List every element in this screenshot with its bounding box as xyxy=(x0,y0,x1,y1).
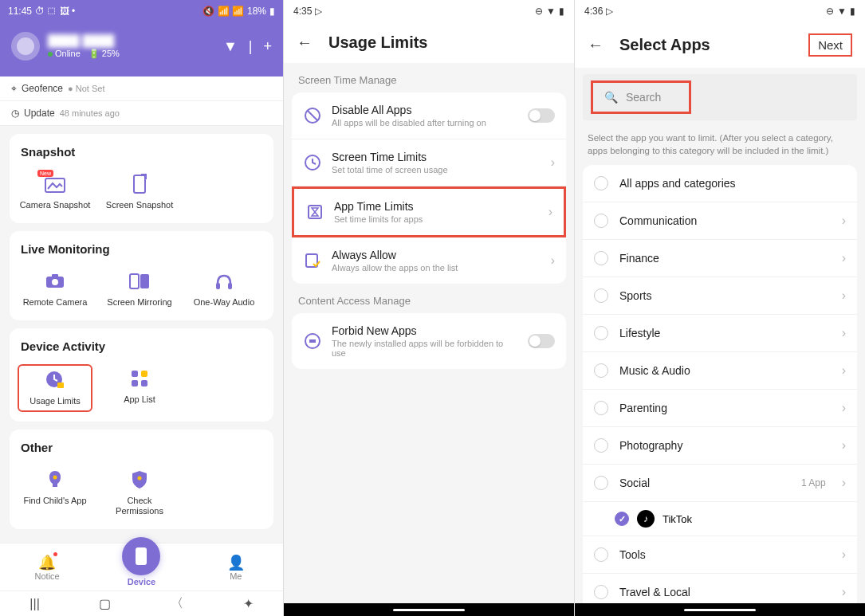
screen-time-limits-row[interactable]: Screen Time Limits Set total time of scr… xyxy=(292,139,566,186)
category-music[interactable]: Music & Audio › xyxy=(583,352,857,390)
category-photography[interactable]: Photography › xyxy=(583,427,857,465)
accessibility-icon[interactable]: ✦ xyxy=(243,596,254,611)
find-childs-app-button[interactable]: Find Child's App xyxy=(18,465,92,520)
geofence-row[interactable]: ⌖ Geofence ● Not Set xyxy=(0,77,283,101)
radio-icon[interactable] xyxy=(594,585,608,599)
icon-label: Remote Camera xyxy=(23,297,88,308)
icon-label: One-Way Audio xyxy=(194,297,255,308)
category-list: All apps and categories Communication › … xyxy=(583,165,857,610)
battery-icon: ▮ xyxy=(850,6,855,17)
back-button[interactable]: ← xyxy=(588,36,604,54)
chevron-right-icon: › xyxy=(842,288,846,303)
nav-label: Device xyxy=(128,577,155,587)
radio-icon[interactable] xyxy=(594,326,608,340)
always-allow-row[interactable]: Always Allow Always allow the apps on th… xyxy=(292,237,566,284)
nav-me[interactable]: 👤 Me xyxy=(189,543,283,590)
back-icon[interactable]: 〈 xyxy=(171,595,183,612)
svg-rect-11 xyxy=(132,371,138,377)
home-indicator-bar xyxy=(575,603,865,616)
category-lifestyle[interactable]: Lifestyle › xyxy=(583,315,857,352)
usage-limits-button[interactable]: Usage Limits xyxy=(18,364,92,411)
forbid-icon xyxy=(303,332,322,351)
back-button[interactable]: ← xyxy=(297,33,313,52)
cat-label: Sports xyxy=(619,289,831,302)
clock-lock-icon xyxy=(44,369,66,391)
nav-device[interactable]: Device xyxy=(94,543,188,590)
screen-mirroring-button[interactable]: Screen Mirroring xyxy=(102,267,177,311)
avatar[interactable] xyxy=(11,32,40,61)
next-button[interactable]: Next xyxy=(808,33,852,57)
home-icon[interactable]: ▢ xyxy=(99,596,111,611)
section-label: Screen Time Manage xyxy=(284,63,574,92)
svg-rect-14 xyxy=(141,380,147,386)
forbid-new-apps-row[interactable]: Forbid New Apps The newly installed apps… xyxy=(292,313,566,369)
other-section: Other Find Child's App Check Permissions xyxy=(10,430,273,529)
wifi-icon: ▼ xyxy=(837,6,847,17)
cat-label: Social xyxy=(619,477,790,489)
radio-icon[interactable] xyxy=(594,476,608,490)
camera-snapshot-button[interactable]: New Camera Snapshot xyxy=(18,170,92,214)
row-sub: Set total time of screen usage xyxy=(332,165,541,175)
radio-icon[interactable] xyxy=(594,363,608,378)
search-input[interactable]: 🔍 Search xyxy=(593,83,689,112)
category-sports[interactable]: Sports › xyxy=(583,277,857,315)
category-finance[interactable]: Finance › xyxy=(583,240,857,277)
icon-label: Usage Limits xyxy=(29,396,81,406)
screen-icon xyxy=(128,173,151,195)
cat-label: Communication xyxy=(619,214,831,227)
radio-icon[interactable] xyxy=(594,214,608,228)
add-icon[interactable]: + xyxy=(263,38,272,55)
radio-icon[interactable] xyxy=(594,288,608,303)
dropdown-icon[interactable]: ▼ xyxy=(223,38,238,55)
radio-icon[interactable] xyxy=(594,547,608,562)
svg-rect-17 xyxy=(136,547,147,565)
icon-label: Find Child's App xyxy=(23,496,86,506)
app-time-limits-row[interactable]: App Time Limits Set time limits for apps… xyxy=(292,186,566,237)
status-time: 4:35 xyxy=(293,6,312,17)
chevron-right-icon: › xyxy=(842,585,846,599)
dnd-icon: ⊖ xyxy=(535,6,543,17)
nav-notice[interactable]: 🔔 Notice xyxy=(0,543,94,590)
icon-label: Camera Snapshot xyxy=(20,200,91,210)
category-parenting[interactable]: Parenting › xyxy=(583,390,857,427)
toggle-switch[interactable] xyxy=(528,334,555,348)
android-nav: ||| ▢ 〈 ✦ xyxy=(0,590,283,616)
svg-rect-5 xyxy=(130,274,139,288)
app-name: TikTok xyxy=(663,513,692,525)
app-tiktok-row[interactable]: ♪ TikTok xyxy=(583,502,857,536)
radio-icon[interactable] xyxy=(594,251,608,265)
update-row[interactable]: ◷ Update 48 minutes ago xyxy=(0,101,283,126)
category-communication[interactable]: Communication › xyxy=(583,202,857,240)
radio-checked-icon[interactable] xyxy=(615,512,629,526)
page-title: Usage Limits xyxy=(328,33,561,52)
screen-snapshot-button[interactable]: Screen Snapshot xyxy=(102,170,177,214)
cat-label: Travel & Local xyxy=(619,586,831,598)
status-time: 11:45 xyxy=(8,6,32,17)
radio-icon[interactable] xyxy=(594,176,608,190)
row-title: App Time Limits xyxy=(334,200,539,213)
category-tools[interactable]: Tools › xyxy=(583,536,857,574)
disable-all-apps-row[interactable]: Disable All Apps All apps will be disabl… xyxy=(292,92,566,139)
check-permissions-button[interactable]: Check Permissions xyxy=(102,465,177,520)
category-social[interactable]: Social 1 App › xyxy=(583,465,857,502)
battery-icon: ▮ xyxy=(559,6,564,17)
category-all[interactable]: All apps and categories xyxy=(583,165,857,202)
content-access-card: Forbid New Apps The newly installed apps… xyxy=(292,313,566,369)
chevron-right-icon: › xyxy=(842,401,846,415)
radio-icon[interactable] xyxy=(594,401,608,415)
status-icons-left: ⏱ ⬚ 🖼 • xyxy=(35,6,75,17)
app-list-button[interactable]: App List xyxy=(102,364,177,411)
one-way-audio-button[interactable]: One-Way Audio xyxy=(187,267,261,311)
dnd-icon: ⊖ xyxy=(826,6,834,17)
shield-icon xyxy=(128,469,151,491)
svg-rect-10 xyxy=(57,383,64,388)
row-sub: Always allow the apps on the list xyxy=(332,263,541,273)
check-list-icon xyxy=(303,251,322,270)
radio-icon[interactable] xyxy=(594,438,608,453)
remote-camera-button[interactable]: Remote Camera xyxy=(18,267,92,311)
play-icon: ▷ xyxy=(606,6,613,17)
recents-icon[interactable]: ||| xyxy=(29,597,39,611)
toggle-switch[interactable] xyxy=(528,108,555,123)
device-activity-section: Device Activity Usage Limits App List xyxy=(10,328,273,421)
row-sub: Set time limits for apps xyxy=(334,214,539,224)
